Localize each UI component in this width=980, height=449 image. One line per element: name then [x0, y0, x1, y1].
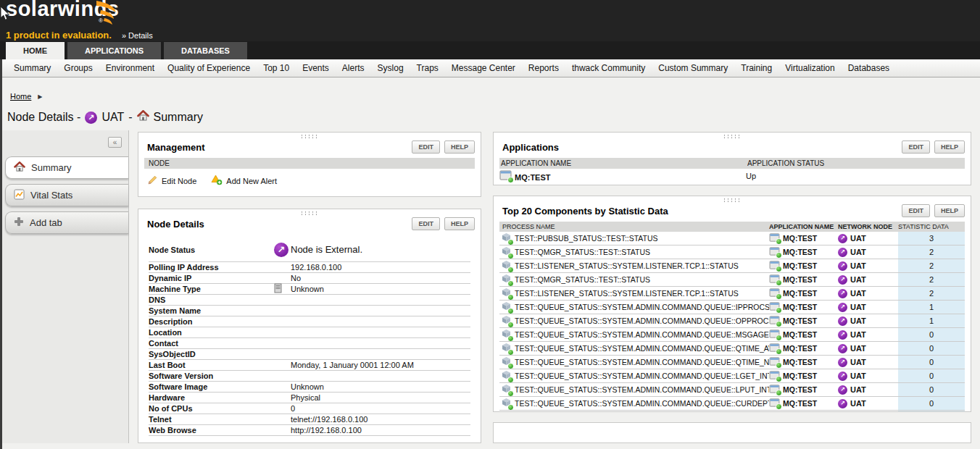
tab-databases[interactable]: DATABASES — [164, 42, 247, 59]
component-row[interactable]: TEST::PUBSUB_STATUS::TEST::STATUS MQ:TES… — [499, 232, 965, 246]
edit-button[interactable]: EDIT — [412, 140, 440, 154]
node-detail-value: No — [291, 274, 470, 282]
tab-applications[interactable]: APPLICATIONS — [67, 42, 161, 59]
menu-item[interactable]: Summary — [7, 63, 57, 73]
application-name[interactable]: MQ:TEST — [783, 399, 817, 408]
network-node-name[interactable]: UAT — [850, 303, 866, 311]
component-row[interactable]: TEST::QUEUE_STATUS::SYSTEM.ADMIN.COMMAND… — [499, 397, 965, 411]
network-node-name[interactable]: UAT — [850, 330, 866, 339]
application-name[interactable]: MQ:TEST — [783, 303, 817, 311]
add-new-alert-link[interactable]: Add New Alert — [211, 175, 277, 187]
drag-handle[interactable] — [300, 134, 319, 139]
process-name[interactable]: TEST::QUEUE_STATUS::SYSTEM.ADMIN.COMMAND… — [515, 385, 769, 394]
application-row[interactable]: MQ:TEST Up — [499, 169, 965, 182]
menu-item[interactable]: Custom Summary — [652, 63, 734, 73]
application-name[interactable]: MQ:TEST — [783, 261, 817, 270]
tab-home[interactable]: HOME — [6, 42, 65, 59]
menu-item[interactable]: Groups — [57, 63, 99, 73]
process-name[interactable]: TEST::QMGR_STATUS::TEST::STATUS — [515, 275, 650, 284]
menu-item[interactable]: Syslog — [371, 63, 410, 73]
breadcrumb-home-link[interactable]: Home — [10, 92, 31, 101]
application-name[interactable]: MQ:TEST — [783, 248, 817, 256]
edit-node-link[interactable]: Edit Node — [147, 175, 196, 187]
status-up-icon — [776, 321, 782, 327]
help-button[interactable]: HELP — [444, 217, 475, 230]
process-name[interactable]: TEST::QUEUE_STATUS::SYSTEM.ADMIN.COMMAND… — [515, 372, 769, 380]
help-button[interactable]: HELP — [934, 204, 965, 217]
edit-button[interactable]: EDIT — [902, 204, 930, 217]
process-name[interactable]: TEST::QUEUE_STATUS::SYSTEM.ADMIN.COMMAND… — [515, 330, 769, 339]
sidebar-collapse-button[interactable]: « — [108, 137, 122, 148]
menu-item[interactable]: Virtualization — [778, 63, 841, 73]
menu-item[interactable]: Top 10 — [257, 63, 296, 73]
menu-item[interactable]: Traps — [410, 63, 445, 73]
component-row[interactable]: TEST::QUEUE_STATUS::SYSTEM.ADMIN.COMMAND… — [499, 369, 965, 383]
application-name[interactable]: MQ:TEST — [783, 316, 817, 325]
process-name[interactable]: TEST::QUEUE_STATUS::SYSTEM.ADMIN.COMMAND… — [515, 316, 769, 325]
component-row[interactable]: TEST::QUEUE_STATUS::SYSTEM.ADMIN.COMMAND… — [499, 383, 965, 397]
process-name[interactable]: TEST::QUEUE_STATUS::SYSTEM.ADMIN.COMMAND… — [515, 358, 769, 366]
menu-item[interactable]: Training — [734, 63, 778, 73]
process-name[interactable]: TEST::QUEUE_STATUS::SYSTEM.ADMIN.COMMAND… — [515, 399, 769, 408]
help-button[interactable]: HELP — [444, 140, 475, 154]
network-node-name[interactable]: UAT — [850, 234, 866, 243]
network-node-name[interactable]: UAT — [850, 399, 866, 408]
edit-button[interactable]: EDIT — [412, 217, 440, 230]
menu-item[interactable]: Environment — [99, 63, 161, 73]
application-name[interactable]: MQ:TEST — [783, 275, 817, 284]
sidebar-tab-summary[interactable]: Summary — [5, 156, 128, 179]
sidebar-tab-vital-stats[interactable]: Vital Stats — [5, 184, 128, 206]
process-name[interactable]: TEST::QMGR_STATUS::TEST::STATUS — [515, 248, 650, 256]
component-row[interactable]: TEST::QUEUE_STATUS::SYSTEM.ADMIN.COMMAND… — [499, 411, 965, 412]
component-row[interactable]: TEST::LISTENER_STATUS::SYSTEM.LISTENER.T… — [499, 259, 965, 273]
menu-item[interactable]: Message Center — [445, 63, 522, 73]
application-name[interactable]: MQ:TEST — [783, 358, 817, 366]
application-name[interactable]: MQ:TEST — [783, 234, 817, 243]
component-row[interactable]: TEST::QUEUE_STATUS::SYSTEM.ADMIN.COMMAND… — [499, 301, 965, 314]
status-up-icon — [776, 307, 782, 314]
external-node-icon: ↗ — [838, 330, 847, 340]
network-node-name[interactable]: UAT — [850, 372, 866, 380]
component-row[interactable]: TEST::QUEUE_STATUS::SYSTEM.ADMIN.COMMAND… — [499, 356, 965, 369]
application-icon — [769, 330, 780, 340]
sidebar-tab-add-tab[interactable]: Add tab — [5, 211, 128, 234]
application-name[interactable]: MQ:TEST — [783, 344, 817, 353]
network-node-name[interactable]: UAT — [850, 261, 866, 270]
application-name[interactable]: MQ:TEST — [783, 372, 817, 380]
drag-handle[interactable] — [723, 134, 742, 139]
component-row[interactable]: TEST::QMGR_STATUS::TEST::STATUS MQ:TEST — [499, 273, 965, 287]
network-node-name[interactable]: UAT — [850, 289, 866, 298]
network-node-name[interactable]: UAT — [850, 248, 866, 256]
edit-button[interactable]: EDIT — [902, 140, 930, 154]
application-name[interactable]: MQ:TEST — [783, 330, 817, 339]
drag-handle[interactable] — [300, 211, 319, 216]
menu-item[interactable]: Reports — [522, 63, 565, 73]
process-name[interactable]: TEST::LISTENER_STATUS::SYSTEM.LISTENER.T… — [515, 261, 739, 270]
menu-item[interactable]: Quality of Experience — [161, 63, 257, 73]
menu-item[interactable]: Alerts — [336, 63, 371, 73]
menu-item[interactable]: Databases — [842, 63, 896, 73]
network-node-name[interactable]: UAT — [850, 385, 866, 394]
network-node-name[interactable]: UAT — [850, 358, 866, 366]
component-row[interactable]: TEST::LISTENER_STATUS::SYSTEM.LISTENER.T… — [499, 287, 965, 301]
menu-item[interactable]: thwack Community — [565, 63, 652, 73]
component-row[interactable]: TEST::QMGR_STATUS::TEST::STATUS MQ:TEST — [499, 246, 965, 259]
component-row[interactable]: TEST::QUEUE_STATUS::SYSTEM.ADMIN.COMMAND… — [499, 314, 965, 328]
process-name[interactable]: TEST::LISTENER_STATUS::SYSTEM.LISTENER.T… — [515, 289, 739, 298]
process-name[interactable]: TEST::QUEUE_STATUS::SYSTEM.ADMIN.COMMAND… — [515, 344, 769, 353]
drag-handle[interactable] — [723, 198, 742, 203]
component-row[interactable]: TEST::QUEUE_STATUS::SYSTEM.ADMIN.COMMAND… — [499, 328, 965, 342]
process-name[interactable]: TEST::QUEUE_STATUS::SYSTEM.ADMIN.COMMAND… — [515, 303, 769, 311]
evaluation-details-link[interactable]: » Details — [122, 31, 153, 40]
application-name[interactable]: MQ:TEST — [783, 385, 817, 394]
network-node-name[interactable]: UAT — [850, 344, 866, 353]
help-button[interactable]: HELP — [934, 140, 965, 154]
component-row[interactable]: TEST::QUEUE_STATUS::SYSTEM.ADMIN.COMMAND… — [499, 342, 965, 356]
network-node-name[interactable]: UAT — [850, 316, 866, 325]
network-node-name[interactable]: UAT — [850, 275, 866, 284]
process-name[interactable]: TEST::PUBSUB_STATUS::TEST::STATUS — [515, 234, 658, 243]
menu-item[interactable]: Events — [296, 63, 336, 73]
application-name[interactable]: MQ:TEST — [783, 289, 817, 298]
sidebar-tab-label: Add tab — [30, 217, 62, 228]
application-name[interactable]: MQ:TEST — [515, 173, 551, 182]
